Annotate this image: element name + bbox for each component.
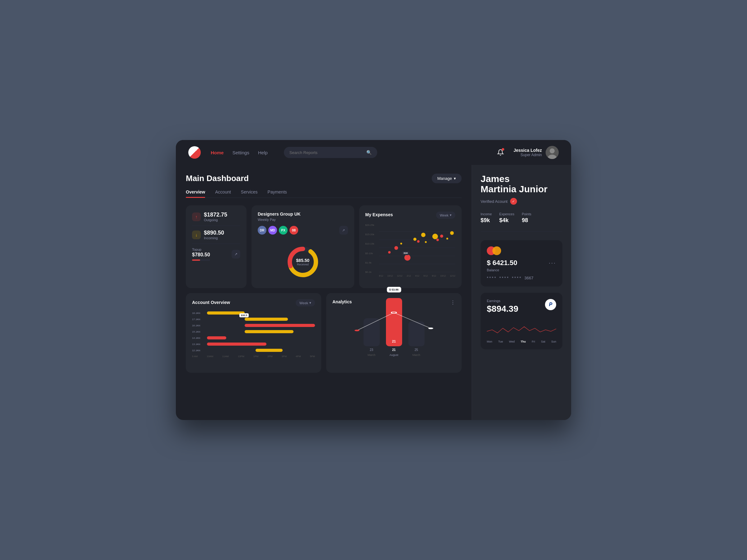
avatar-px: PX — [279, 226, 288, 235]
tab-services[interactable]: Services — [241, 189, 258, 197]
manage-button[interactable]: Manage ▾ — [432, 174, 462, 183]
paypal-icon: P — [545, 299, 556, 310]
income-label: Income — [481, 212, 492, 216]
outgoing-amount: $1872.75 — [204, 212, 227, 218]
points-label: Points — [522, 212, 531, 216]
expenses-card: My Expenses Week ▾ $20-25k $15-20k $10-1… — [359, 205, 462, 288]
donut-label: Received — [296, 263, 309, 266]
card-number-row: **** **** **** 3667 — [487, 276, 556, 280]
income-stat: Income $9k — [481, 212, 492, 224]
topup-amount: $780.50 — [192, 252, 210, 258]
expenses-stat: Expences $4k — [499, 212, 514, 224]
analytics-card: Analytics ⋮ 23 March — [326, 293, 462, 373]
tab-payments[interactable]: Payments — [268, 189, 287, 197]
svg-point-6 — [355, 329, 360, 331]
day-fri: Fri — [532, 340, 535, 343]
day-thu: Thu — [521, 340, 526, 343]
tab-account[interactable]: Account — [215, 189, 231, 197]
svg-point-8 — [428, 328, 433, 329]
bottom-row: Account Overview Week ▾ 18 JAN — [186, 293, 462, 373]
incoming-icon: ↓ — [192, 231, 201, 239]
card-dots-1: **** — [487, 276, 497, 280]
analytics-title: Analytics — [332, 299, 352, 304]
bell-icon[interactable] — [495, 147, 506, 158]
donut-amount: $85.50 — [296, 258, 309, 263]
card-number-last: 3667 — [524, 276, 534, 280]
dashboard-header: Main Dashboard Manage ▾ — [186, 174, 462, 183]
earnings-amount: $894.39 — [487, 304, 518, 314]
earnings-card: Earnings $894.39 P Mon Tue Wed Thu Fri — [481, 293, 562, 349]
account-overview-header: Account Overview Week ▾ — [192, 299, 315, 306]
designers-subtitle: Weekly Pay — [258, 218, 348, 221]
points-stat: Points 98 — [522, 212, 531, 224]
card-balance-row: $ 6421.50 ··· — [487, 259, 556, 267]
more-options-icon[interactable]: ⋮ — [450, 300, 455, 305]
week-selector[interactable]: Week ▾ — [436, 212, 455, 219]
nav-home[interactable]: Home — [211, 150, 224, 155]
divider — [192, 225, 240, 226]
points-value: 98 — [522, 217, 531, 224]
outgoing-item: ↑ $1872.75 Outgoing — [192, 212, 240, 222]
avatar-count: 08 — [289, 226, 298, 235]
donut-center: $85.50 Received — [296, 258, 309, 266]
search-bar[interactable]: 🔍 — [284, 147, 377, 158]
expand-icon[interactable]: ↗ — [339, 226, 348, 235]
card-balance-label: Balance — [487, 268, 556, 272]
account-week-selector[interactable]: Week ▾ — [296, 299, 315, 306]
gantt-row: 14 JAN — [192, 336, 315, 340]
balance-card: ↑ $1872.75 Outgoing ↓ $890.50 Incoming — [186, 205, 247, 288]
account-overview-card: Account Overview Week ▾ 18 JAN — [186, 293, 321, 373]
right-panel: James Martinia Junior Verified Acount ✓ … — [471, 165, 571, 420]
notification-badge — [502, 148, 504, 151]
earnings-days: Mon Tue Wed Thu Fri Sat Sun — [487, 340, 556, 343]
income-value: $9k — [481, 217, 492, 224]
day-wed: Wed — [509, 340, 515, 343]
tab-overview[interactable]: Overview — [186, 189, 205, 197]
account-overview-title: Account Overview — [192, 300, 230, 305]
card-more-icon[interactable]: ··· — [549, 260, 556, 266]
donut-wrapper: $85.50 Received — [258, 240, 348, 282]
topup-section: Topup $780.50 ↗ — [192, 248, 240, 261]
tabs: Overview Account Services Payments — [186, 189, 462, 198]
earnings-label: Earnings — [487, 299, 518, 303]
earnings-header: Earnings $894.39 P — [487, 299, 556, 314]
user-name: Jessica Lofez — [514, 148, 542, 153]
nav-help[interactable]: Help — [258, 150, 268, 155]
avatar-row: DR MD PX 08 ↗ — [258, 226, 348, 235]
stats-row: Income $9k Expences $4k Points 98 — [481, 212, 562, 232]
divider — [192, 244, 240, 244]
outgoing-label: Outgoing — [204, 218, 227, 222]
gantt-row: 18 JAN — [192, 312, 315, 315]
expenses-value: $4k — [499, 217, 514, 224]
user-text: Jessica Lofez Super Admin — [514, 148, 542, 157]
mastercard-icon — [487, 246, 556, 255]
incoming-label: Incoming — [204, 236, 224, 240]
expenses-label: Expences — [499, 212, 514, 216]
nav: Home Settings Help — [211, 150, 268, 155]
gantt-row: 12 JAN — [192, 349, 315, 352]
day-sat: Sat — [541, 340, 545, 343]
search-icon: 🔍 — [366, 150, 371, 155]
day-mon: Mon — [487, 340, 492, 343]
nav-settings[interactable]: Settings — [232, 150, 249, 155]
donut-chart: $85.50 Received — [286, 245, 320, 279]
designers-title: Designers Group UK — [258, 212, 348, 216]
app-container: Home Settings Help 🔍 Jessica Lofez Super… — [176, 140, 571, 420]
day-sun: Sun — [551, 340, 556, 343]
card-dots-3: **** — [512, 276, 522, 280]
search-input[interactable] — [289, 150, 363, 155]
verified-badge: ✓ — [510, 198, 517, 205]
outgoing-icon: ↑ — [192, 212, 201, 221]
avatar-dr: DR — [258, 226, 266, 235]
cards-row: ↑ $1872.75 Outgoing ↓ $890.50 Incoming — [186, 205, 462, 288]
topup-expand-icon[interactable]: ↗ — [232, 250, 240, 259]
x-axis: 9 AM 10AM 11AM 12PM 1PM 2PM 3PM 4PM 5PM — [192, 355, 315, 358]
card-dots-2: **** — [499, 276, 509, 280]
user-role: Super Admin — [514, 153, 542, 157]
user-info[interactable]: Jessica Lofez Super Admin — [514, 146, 559, 159]
gantt-row: 17 JAN $30.5 — [192, 318, 315, 321]
gantt-row: 16 JAN — [192, 324, 315, 327]
header-right: Jessica Lofez Super Admin — [495, 146, 559, 159]
header: Home Settings Help 🔍 Jessica Lofez Super… — [176, 140, 571, 165]
earnings-chart — [487, 319, 556, 338]
